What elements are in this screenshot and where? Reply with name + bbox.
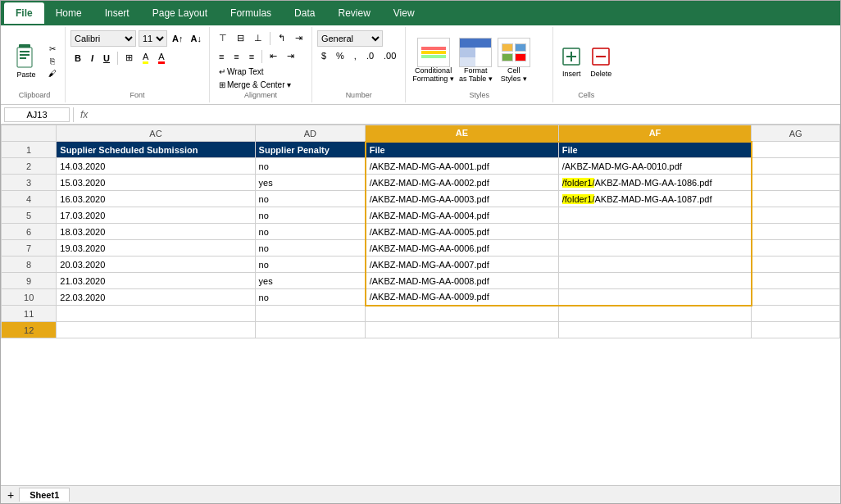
align-middle-button[interactable]: ⊟ xyxy=(233,30,248,46)
cell-ac12[interactable] xyxy=(57,322,255,338)
cell-ad12[interactable] xyxy=(255,322,366,338)
font-name-select[interactable]: Calibri xyxy=(70,30,136,47)
cell-ag12[interactable] xyxy=(752,322,840,338)
insert-button[interactable]: Insert xyxy=(558,43,584,78)
cell-af8[interactable] xyxy=(558,257,752,273)
tab-insert[interactable]: Insert xyxy=(93,2,141,24)
align-top-button[interactable]: ⊤ xyxy=(215,30,231,46)
add-sheet-button[interactable]: + xyxy=(4,488,17,502)
cell-ag11[interactable] xyxy=(752,306,840,322)
fill-color-button[interactable]: A xyxy=(139,49,152,66)
font-size-select[interactable]: 11 xyxy=(139,30,167,47)
col-header-ag[interactable]: AG xyxy=(752,125,840,142)
cell-ae5[interactable]: /AKBZ-MAD-MG-AA-0004.pdf xyxy=(366,207,559,224)
align-center-button[interactable]: ≡ xyxy=(230,49,243,64)
col-header-ac[interactable]: AC xyxy=(57,125,255,142)
italic-button[interactable]: I xyxy=(87,52,98,65)
cell-af2[interactable]: /AKBZ-MAD-MG-AA-0010.pdf xyxy=(558,158,752,175)
cell-af5[interactable] xyxy=(558,207,752,224)
formula-input[interactable] xyxy=(91,107,837,122)
currency-button[interactable]: $ xyxy=(317,48,330,63)
indent-button[interactable]: ⇥ xyxy=(291,30,307,46)
cell-ac3[interactable]: 15.03.2020 xyxy=(57,175,255,191)
tab-view[interactable]: View xyxy=(382,2,426,24)
cell-ag7[interactable] xyxy=(752,240,840,257)
cell-ad10[interactable]: no xyxy=(255,289,366,306)
cell-ad7[interactable]: no xyxy=(255,240,366,257)
cell-af7[interactable] xyxy=(558,240,752,257)
cell-ad11[interactable] xyxy=(255,306,366,322)
cell-ad9[interactable]: yes xyxy=(255,273,366,289)
cell-ac11[interactable] xyxy=(57,306,255,322)
number-format-select[interactable]: General xyxy=(317,30,383,47)
cell-ad5[interactable]: no xyxy=(255,207,366,224)
cell-ag9[interactable] xyxy=(752,273,840,289)
align-left-button[interactable]: ≡ xyxy=(215,49,228,64)
cell-ad1[interactable]: Supplier Penalty xyxy=(255,142,366,158)
merge-center-button[interactable]: ⊞ Merge & Center▾ xyxy=(215,79,307,91)
cell-ad2[interactable]: no xyxy=(255,158,366,175)
cell-reference-input[interactable] xyxy=(4,107,70,122)
wrap-text-button[interactable]: ↵ Wrap Text xyxy=(215,66,307,78)
cell-ae3[interactable]: /AKBZ-MAD-MG-AA-0002.pdf xyxy=(366,175,559,191)
cell-ac9[interactable]: 21.03.2020 xyxy=(57,273,255,289)
tab-review[interactable]: Review xyxy=(326,2,381,24)
increase-decimal-button[interactable]: .00 xyxy=(380,48,400,63)
comma-button[interactable]: , xyxy=(350,48,361,63)
cell-ag1[interactable] xyxy=(752,142,840,158)
copy-button[interactable]: ⎘ xyxy=(45,56,60,66)
shrink-font-button[interactable]: A↓ xyxy=(188,33,203,44)
cell-ag2[interactable] xyxy=(752,158,840,175)
cell-af9[interactable] xyxy=(558,273,752,289)
cell-af6[interactable] xyxy=(558,224,752,240)
bold-button[interactable]: B xyxy=(70,52,85,65)
col-header-ad[interactable]: AD xyxy=(255,125,366,142)
font-color-button[interactable]: A xyxy=(154,49,168,66)
tab-page-layout[interactable]: Page Layout xyxy=(141,2,219,24)
cell-af11[interactable] xyxy=(558,306,752,322)
cell-ae6[interactable]: /AKBZ-MAD-MG-AA-0005.pdf xyxy=(366,224,559,240)
col-header-ae[interactable]: AE xyxy=(366,125,559,142)
conditional-formatting-button[interactable]: ConditionalFormatting ▾ xyxy=(412,38,454,84)
decrease-decimal-button[interactable]: .0 xyxy=(362,48,378,63)
col-header-af[interactable]: AF xyxy=(558,125,752,142)
tab-data[interactable]: Data xyxy=(283,2,326,24)
cell-ac1[interactable]: Supplier Scheduled Submission xyxy=(57,142,255,158)
cell-styles-button[interactable]: CellStyles ▾ xyxy=(498,38,530,84)
cell-af10[interactable] xyxy=(558,289,752,306)
cell-ac6[interactable]: 18.03.2020 xyxy=(57,224,255,240)
paste-button[interactable]: Paste xyxy=(9,41,43,80)
cell-ae11[interactable] xyxy=(366,306,559,322)
text-direction-button[interactable]: ↰ xyxy=(274,30,289,46)
cell-af1[interactable]: File xyxy=(558,142,752,158)
cell-ad6[interactable]: no xyxy=(255,224,366,240)
tab-file[interactable]: File xyxy=(4,2,44,24)
tab-home[interactable]: Home xyxy=(44,2,93,24)
cell-ac5[interactable]: 17.03.2020 xyxy=(57,207,255,224)
cell-ad4[interactable]: no xyxy=(255,191,366,207)
format-table-button[interactable]: Formatas Table ▾ xyxy=(459,38,493,84)
cell-ae4[interactable]: /AKBZ-MAD-MG-AA-0003.pdf xyxy=(366,191,559,207)
cell-ag10[interactable] xyxy=(752,289,840,306)
cell-ae2[interactable]: /AKBZ-MAD-MG-AA-0001.pdf xyxy=(366,158,559,175)
cell-ac10[interactable]: 22.03.2020 xyxy=(57,289,255,306)
cell-ag5[interactable] xyxy=(752,207,840,224)
underline-button[interactable]: U xyxy=(99,52,114,65)
cell-ae8[interactable]: /AKBZ-MAD-MG-AA-0007.pdf xyxy=(366,257,559,273)
cell-ag6[interactable] xyxy=(752,224,840,240)
cell-ac4[interactable]: 16.03.2020 xyxy=(57,191,255,207)
tab-formulas[interactable]: Formulas xyxy=(219,2,283,24)
cell-ae9[interactable]: /AKBZ-MAD-MG-AA-0008.pdf xyxy=(366,273,559,289)
cell-ag3[interactable] xyxy=(752,175,840,191)
cell-ag4[interactable] xyxy=(752,191,840,207)
align-bottom-button[interactable]: ⊥ xyxy=(250,30,266,46)
decrease-indent-button[interactable]: ⇤ xyxy=(266,48,281,64)
cell-ae12[interactable] xyxy=(366,322,559,338)
cell-ae1[interactable]: File xyxy=(366,142,559,158)
align-right-button[interactable]: ≡ xyxy=(245,49,258,64)
increase-indent-button[interactable]: ⇥ xyxy=(283,48,298,64)
percent-button[interactable]: % xyxy=(332,48,348,63)
borders-button[interactable]: ⊞ xyxy=(121,50,137,66)
cut-button[interactable]: ✂ xyxy=(45,43,60,54)
cell-af4[interactable]: /folder1/AKBZ-MAD-MG-AA-1087.pdf xyxy=(558,191,752,207)
